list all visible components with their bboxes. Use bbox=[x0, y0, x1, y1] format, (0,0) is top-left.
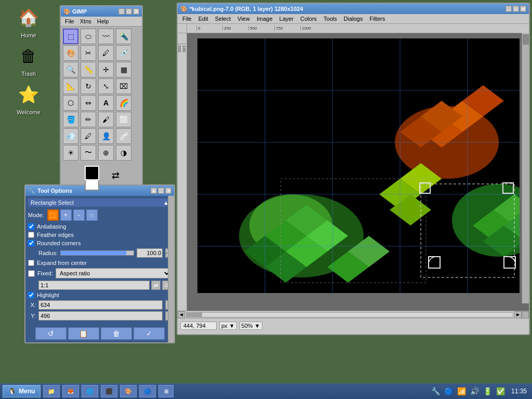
tray-icon-battery[interactable]: 🔋 bbox=[483, 386, 493, 396]
unit-dropdown-icon[interactable]: ▼ bbox=[229, 323, 235, 329]
tool-options-delete-button[interactable]: 🗑 bbox=[101, 327, 132, 340]
tool-free-select[interactable]: 〰 bbox=[98, 29, 114, 44]
tool-eraser[interactable]: ⬜ bbox=[116, 112, 131, 127]
tool-fuzzy-select[interactable]: 🔦 bbox=[116, 29, 131, 44]
taskbar-app-extra1[interactable]: 🔵 bbox=[139, 385, 156, 397]
y-input[interactable]: 496 bbox=[38, 311, 163, 321]
mode-subtract-button[interactable]: - bbox=[73, 209, 85, 221]
tray-icon-volume[interactable]: 🔊 bbox=[470, 386, 480, 396]
gimp-minimize-button[interactable]: _ bbox=[118, 8, 125, 15]
ratio-input[interactable]: 1:1 bbox=[38, 281, 150, 290]
tool-shear[interactable]: ⌧ bbox=[116, 78, 131, 94]
status-unit[interactable]: px ▼ bbox=[219, 322, 237, 330]
tool-dodge[interactable]: ☀ bbox=[63, 145, 78, 161]
feather-edges-checkbox[interactable] bbox=[28, 232, 34, 238]
gimp-file-menu[interactable]: File bbox=[63, 18, 76, 25]
foreground-color-swatch[interactable] bbox=[85, 166, 99, 180]
highlight-checkbox[interactable] bbox=[28, 292, 34, 298]
tool-bucket-fill[interactable]: 🪣 bbox=[63, 112, 78, 127]
mode-add-button[interactable]: + bbox=[60, 209, 72, 221]
start-button[interactable]: 🐧 Menu bbox=[3, 385, 41, 397]
gimp-main-close[interactable]: ✕ bbox=[520, 6, 526, 12]
tool-ellipse-select[interactable]: ⬭ bbox=[81, 29, 96, 44]
ratio-btn-swap[interactable]: ⇄ bbox=[151, 281, 161, 290]
taskbar-app-firefox[interactable]: 🦊 bbox=[62, 385, 79, 397]
gimp-menu-dialogs[interactable]: Dialogs bbox=[342, 15, 365, 22]
rounded-corners-checkbox[interactable] bbox=[28, 240, 34, 246]
tool-color-picker[interactable]: 💉 bbox=[116, 45, 131, 61]
tool-options-scrollbar[interactable] bbox=[168, 196, 174, 342]
tool-zoom[interactable]: 🔍 bbox=[63, 62, 78, 77]
gimp-menu-view[interactable]: View bbox=[235, 15, 252, 22]
gimp-close-button[interactable]: ✕ bbox=[133, 8, 139, 15]
vscroll-thumb[interactable] bbox=[523, 34, 529, 45]
tool-crop[interactable]: 📐 bbox=[63, 78, 78, 94]
scroll-track-h[interactable] bbox=[186, 312, 513, 317]
gimp-menu-colors[interactable]: Colors bbox=[298, 15, 319, 22]
scroll-right-button[interactable]: ▶ bbox=[514, 311, 522, 318]
gimp-menu-layer[interactable]: Layer bbox=[277, 15, 296, 22]
tool-blend[interactable]: 🌈 bbox=[116, 95, 131, 111]
gimp-menu-tools[interactable]: Tools bbox=[322, 15, 339, 22]
gimp-help-menu[interactable]: Help bbox=[96, 18, 111, 25]
tool-perspective[interactable]: ⬡ bbox=[63, 95, 78, 111]
scroll-left-button[interactable]: ◀ bbox=[178, 311, 185, 318]
expand-from-center-checkbox[interactable] bbox=[28, 260, 34, 266]
tool-options-minimize[interactable]: _ bbox=[158, 188, 164, 194]
radius-input[interactable]: 100.0 bbox=[137, 248, 163, 258]
home-icon-desktop[interactable]: 🏠 Home bbox=[8, 5, 49, 38]
mode-replace-button[interactable]: ⬚ bbox=[47, 209, 59, 221]
zoom-dropdown-icon[interactable]: ▼ bbox=[255, 323, 260, 329]
gimp-menu-file[interactable]: File bbox=[180, 15, 194, 22]
tool-scissors-select[interactable]: ✂ bbox=[81, 45, 96, 61]
taskbar-app-files[interactable]: 📁 bbox=[43, 385, 60, 397]
taskbar-app-terminal[interactable]: ⬛ bbox=[101, 385, 117, 397]
tool-clone[interactable]: 👤 bbox=[98, 128, 114, 144]
tool-heal[interactable]: 🩹 bbox=[116, 128, 131, 144]
tool-airbrush[interactable]: 💨 bbox=[63, 128, 78, 144]
gimp-maximize-button[interactable]: □ bbox=[126, 8, 132, 15]
gimp-menu-select[interactable]: Select bbox=[213, 15, 233, 22]
taskbar-app-network[interactable]: 🌐 bbox=[82, 385, 98, 397]
taskbar-app-extra2[interactable]: 🖥 bbox=[158, 385, 174, 397]
gimp-menu-edit[interactable]: Edit bbox=[196, 15, 210, 22]
tool-pencil[interactable]: ✏ bbox=[81, 112, 96, 127]
tool-ink[interactable]: 🖊 bbox=[81, 128, 96, 144]
tool-options-reset-button[interactable]: ↺ bbox=[35, 327, 66, 340]
gimp-main-maximize[interactable]: □ bbox=[513, 6, 519, 12]
tray-icon-update[interactable]: ✅ bbox=[496, 386, 506, 396]
tool-by-color-select[interactable]: 🎨 bbox=[63, 45, 78, 61]
tool-move[interactable]: ✛ bbox=[98, 62, 114, 77]
tool-options-ok-button[interactable]: ✓ bbox=[134, 327, 165, 340]
tool-options-restore-button[interactable]: 📋 bbox=[68, 327, 99, 340]
canvas-area[interactable] bbox=[187, 33, 529, 311]
tool-flip[interactable]: ⇔ bbox=[81, 95, 96, 111]
tool-options-scroll-up[interactable]: ▲ bbox=[151, 188, 157, 194]
tool-paths[interactable]: 🖊 bbox=[98, 45, 114, 61]
taskbar-app-gimp[interactable]: 🎨 bbox=[120, 385, 137, 397]
fixed-dropdown[interactable]: Aspect ratio Width Height Size bbox=[56, 268, 171, 278]
welcome-icon-desktop[interactable]: ⭐ Welcome bbox=[8, 82, 49, 115]
tool-scale[interactable]: ⤡ bbox=[98, 78, 114, 94]
tool-rotate[interactable]: ↻ bbox=[81, 78, 96, 94]
tool-options-close[interactable]: ✕ bbox=[165, 188, 171, 194]
canvas-vscroll[interactable] bbox=[522, 33, 529, 303]
tray-icon-bluetooth[interactable]: 🔵 bbox=[444, 386, 454, 396]
mode-intersect-button[interactable]: ∩ bbox=[86, 209, 98, 221]
tool-rect-select[interactable]: ⬚ bbox=[63, 29, 78, 44]
swap-colors-icon[interactable]: ⇄ bbox=[112, 170, 119, 181]
tool-measure[interactable]: 📏 bbox=[81, 62, 96, 77]
trash-icon-desktop[interactable]: 🗑 Trash bbox=[8, 44, 49, 77]
tool-convolve[interactable]: ⊕ bbox=[98, 145, 114, 161]
tray-icon-1[interactable]: 🔧 bbox=[431, 386, 441, 396]
gimp-main-minimize[interactable]: _ bbox=[506, 6, 512, 12]
tray-icon-wifi[interactable]: 📶 bbox=[457, 386, 467, 396]
antialiasing-checkbox[interactable] bbox=[28, 223, 34, 230]
tool-align[interactable]: ▦ bbox=[116, 62, 131, 77]
tool-paintbrush[interactable]: 🖌 bbox=[98, 112, 114, 127]
status-zoom[interactable]: 50% ▼ bbox=[240, 322, 262, 330]
tool-text[interactable]: A bbox=[98, 95, 114, 111]
gimp-menu-filters[interactable]: Filters bbox=[367, 15, 387, 22]
scroll-thumb-h[interactable] bbox=[187, 313, 202, 317]
radius-slider[interactable] bbox=[60, 250, 134, 256]
